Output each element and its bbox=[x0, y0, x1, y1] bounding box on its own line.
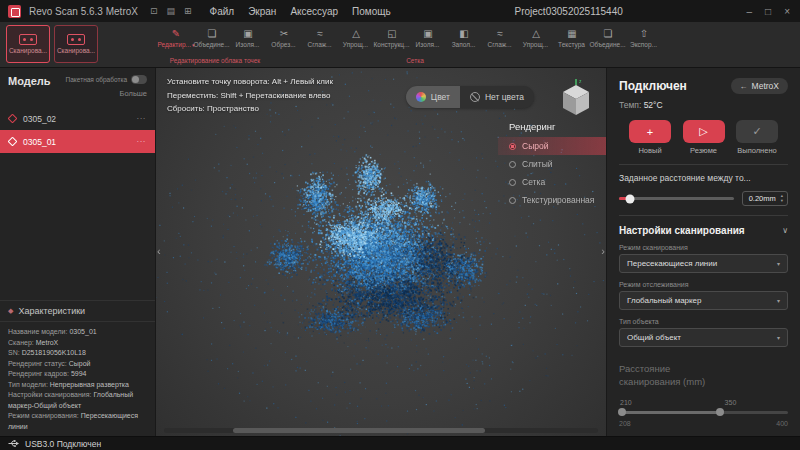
more-link[interactable]: Больше bbox=[0, 88, 155, 102]
toolbar-item[interactable]: ❏ Объедине... bbox=[194, 25, 230, 48]
collapse-panel-arrow[interactable]: › bbox=[601, 245, 605, 257]
model-row[interactable]: 0305_02 ··· bbox=[0, 107, 155, 130]
toolbar-items: ✎ Редактир...▾ ❏ Объедине... ▣ Изоля... … bbox=[158, 25, 662, 48]
device-button[interactable]: ← MetroX bbox=[731, 78, 788, 94]
tool-icon: ▣ bbox=[243, 28, 252, 39]
color-toggle: Цвет Нет цвета bbox=[406, 86, 534, 108]
app-title: Revo Scan 5.6.3 MetroX bbox=[29, 6, 138, 17]
toolbar-item[interactable]: ⇧ Экспор... bbox=[626, 25, 662, 48]
model-menu-button[interactable]: ··· bbox=[137, 137, 147, 146]
minimize-icon[interactable]: – bbox=[747, 6, 753, 17]
render-mode-option[interactable]: Сетка bbox=[498, 173, 606, 191]
tool-icon: ◧ bbox=[459, 28, 468, 39]
detail-row: Рендеринг кадров: 5994 bbox=[8, 369, 147, 380]
radio-icon bbox=[509, 161, 516, 168]
scanner-icon bbox=[19, 34, 37, 45]
tool-label: Сглаж... bbox=[487, 41, 512, 48]
tool-icon: ✎ bbox=[172, 28, 180, 39]
point-distance-input[interactable]: 0.20mm ▴▾ bbox=[742, 191, 788, 206]
detail-row: Рендеринг статус: Сырой bbox=[8, 359, 147, 370]
action-icon: ✓ bbox=[752, 125, 761, 138]
no-color-icon bbox=[470, 92, 480, 102]
folder-icon[interactable]: ▤ bbox=[167, 6, 176, 16]
app-logo-icon bbox=[8, 5, 21, 18]
render-mode-option[interactable]: Текстурированная bbox=[498, 191, 606, 209]
render-mode-option[interactable]: Слитый bbox=[498, 155, 606, 173]
dropdown[interactable]: Общий объект ▾ bbox=[619, 328, 788, 347]
screen-icon[interactable]: ⊡ bbox=[150, 6, 158, 16]
toolbar-item[interactable]: ✂ Обрез... bbox=[266, 25, 302, 48]
stepper[interactable]: ▴▾ bbox=[781, 194, 783, 203]
toolbar-item[interactable]: ≈ Сглаж... bbox=[482, 25, 518, 48]
scan-settings-header[interactable]: Настройки сканирования ∨ bbox=[619, 225, 788, 236]
toolbar-item[interactable]: △ Упрощ... bbox=[518, 25, 554, 48]
tool-icon: ◱ bbox=[387, 28, 396, 39]
toolbar-item[interactable]: ✎ Редактир...▾ bbox=[158, 25, 194, 48]
point-distance-value: 0.20mm bbox=[749, 194, 776, 203]
point-distance-slider[interactable] bbox=[619, 197, 734, 200]
action-group: + Новый bbox=[629, 120, 671, 155]
batch-processing: Пакетная обработка bbox=[66, 75, 147, 84]
done-button[interactable]: ✓ bbox=[736, 120, 778, 143]
horizontal-scrollbar[interactable] bbox=[164, 428, 598, 433]
stepper-down-icon[interactable]: ▾ bbox=[781, 199, 783, 204]
render-mode-label: Сетка bbox=[522, 177, 545, 187]
color-toggle-button[interactable]: Нет цвета bbox=[460, 86, 534, 108]
toolbar-item[interactable]: △ Упрощ... bbox=[338, 25, 374, 48]
toolbar-item[interactable]: ❏ Объедине... bbox=[590, 25, 626, 48]
dropdown-label: Режим отслеживания bbox=[619, 281, 788, 288]
new-button[interactable]: + bbox=[629, 120, 671, 143]
range-knob-max bbox=[716, 408, 724, 416]
orientation-gizmo[interactable]: z bbox=[559, 77, 593, 117]
detail-row: Настройки сканирования: Глобальный марке… bbox=[8, 390, 147, 411]
viewport-3d[interactable]: Установите точку поворота: Alt + Левый к… bbox=[156, 68, 606, 436]
group-label-mesh: Сетка bbox=[385, 57, 445, 64]
resume-button[interactable]: ▷ bbox=[683, 120, 725, 143]
slider-knob[interactable] bbox=[626, 194, 635, 203]
toolbar-item[interactable]: ▣ Изоля... bbox=[410, 25, 446, 48]
usb-icon bbox=[8, 439, 19, 448]
model-menu-button[interactable]: ··· bbox=[137, 114, 147, 123]
tool-icon: ⇧ bbox=[640, 28, 648, 39]
close-icon[interactable]: × bbox=[784, 6, 790, 17]
action-label: Новый bbox=[638, 146, 661, 155]
temperature: Темп: 52°C bbox=[619, 100, 788, 110]
menu-item[interactable]: Помощь bbox=[352, 6, 391, 17]
menu-item[interactable]: Экран bbox=[248, 6, 276, 17]
radio-icon bbox=[509, 143, 516, 150]
menu-item[interactable]: Файл bbox=[210, 6, 235, 17]
tool-label: Объедине... bbox=[193, 41, 230, 48]
tool-icon: △ bbox=[532, 28, 540, 39]
action-icon: ▷ bbox=[699, 125, 707, 138]
model-row[interactable]: 0305_01 ··· bbox=[0, 130, 155, 153]
render-title: Рендеринг bbox=[498, 121, 606, 132]
tool-icon: ≈ bbox=[497, 28, 503, 39]
detail-row: Сканер: MetroX bbox=[8, 338, 147, 349]
properties-title: Характеристики bbox=[18, 306, 85, 316]
toolbar-item[interactable]: ≈ Сглаж... bbox=[302, 25, 338, 48]
range-knob-min bbox=[618, 408, 626, 416]
toolbar-item[interactable]: ▣ Изоля... bbox=[230, 25, 266, 48]
dropdown-value: Глобальный маркер bbox=[627, 296, 702, 305]
tool-icon: ▦ bbox=[567, 28, 576, 39]
detail-row: SN: D251819056K10L18 bbox=[8, 348, 147, 359]
radio-icon bbox=[509, 179, 516, 186]
render-mode-option[interactable]: Сырой bbox=[498, 137, 606, 155]
menu-item[interactable]: Аксессуар bbox=[290, 6, 338, 17]
color-toggle-button[interactable]: Цвет bbox=[406, 86, 460, 108]
tool-label: Экспор... bbox=[630, 41, 658, 48]
scrollbar-thumb[interactable] bbox=[233, 428, 485, 433]
maximize-icon[interactable]: □ bbox=[765, 6, 771, 17]
dropdown[interactable]: Пересекающиеся линии ▾ bbox=[619, 254, 788, 273]
batch-toggle[interactable] bbox=[131, 75, 147, 84]
point-distance-label: Заданное расстояние между то... bbox=[619, 173, 788, 183]
toolbar-item[interactable]: ◱ Конструкц... bbox=[374, 25, 410, 48]
toolbar-item[interactable]: ◧ Запол... bbox=[446, 25, 482, 48]
save-icon[interactable]: ⊞ bbox=[184, 6, 192, 16]
toolbar-item[interactable]: ▦ Текстура bbox=[554, 25, 590, 48]
render-mode-label: Слитый bbox=[522, 159, 553, 169]
color-toggle-label: Нет цвета bbox=[485, 92, 524, 102]
dropdown[interactable]: Глобальный маркер ▾ bbox=[619, 291, 788, 310]
collapse-sidebar-arrow[interactable]: ‹ bbox=[157, 245, 161, 257]
properties-section: ◆ Характеристики Название модели: 0305_0… bbox=[0, 300, 155, 436]
